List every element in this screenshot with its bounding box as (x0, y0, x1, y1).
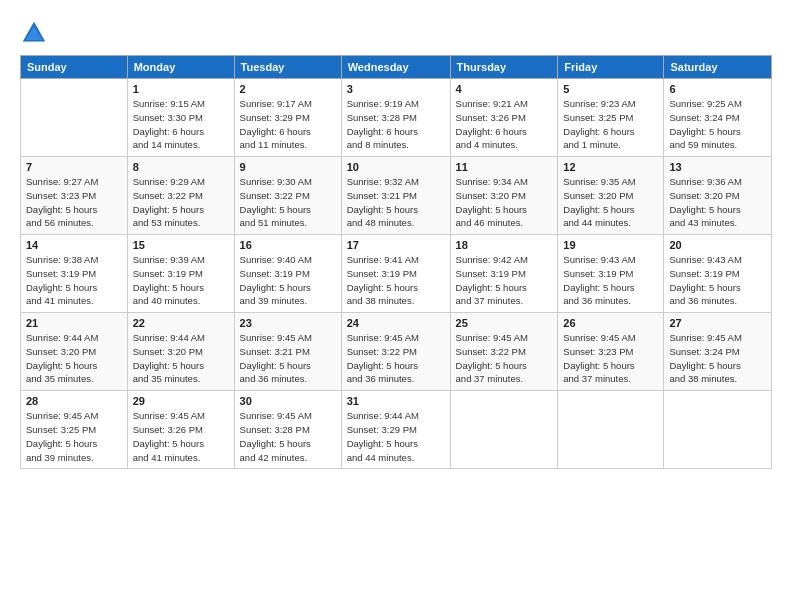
calendar-cell: 27Sunrise: 9:45 AM Sunset: 3:24 PM Dayli… (664, 313, 772, 391)
calendar-cell: 2Sunrise: 9:17 AM Sunset: 3:29 PM Daylig… (234, 79, 341, 157)
day-info: Sunrise: 9:39 AM Sunset: 3:19 PM Dayligh… (133, 253, 229, 308)
day-number: 23 (240, 317, 336, 329)
calendar-cell: 4Sunrise: 9:21 AM Sunset: 3:26 PM Daylig… (450, 79, 558, 157)
day-number: 20 (669, 239, 766, 251)
day-info: Sunrise: 9:45 AM Sunset: 3:24 PM Dayligh… (669, 331, 766, 386)
day-info: Sunrise: 9:45 AM Sunset: 3:21 PM Dayligh… (240, 331, 336, 386)
calendar-cell: 7Sunrise: 9:27 AM Sunset: 3:23 PM Daylig… (21, 157, 128, 235)
day-info: Sunrise: 9:43 AM Sunset: 3:19 PM Dayligh… (669, 253, 766, 308)
day-number: 9 (240, 161, 336, 173)
day-number: 13 (669, 161, 766, 173)
day-number: 29 (133, 395, 229, 407)
day-number: 1 (133, 83, 229, 95)
day-info: Sunrise: 9:40 AM Sunset: 3:19 PM Dayligh… (240, 253, 336, 308)
day-info: Sunrise: 9:32 AM Sunset: 3:21 PM Dayligh… (347, 175, 445, 230)
week-row-2: 14Sunrise: 9:38 AM Sunset: 3:19 PM Dayli… (21, 235, 772, 313)
day-number: 18 (456, 239, 553, 251)
calendar-cell: 3Sunrise: 9:19 AM Sunset: 3:28 PM Daylig… (341, 79, 450, 157)
calendar-body: 1Sunrise: 9:15 AM Sunset: 3:30 PM Daylig… (21, 79, 772, 469)
logo (20, 19, 50, 47)
calendar-cell: 16Sunrise: 9:40 AM Sunset: 3:19 PM Dayli… (234, 235, 341, 313)
day-number: 25 (456, 317, 553, 329)
day-header-saturday: Saturday (664, 56, 772, 79)
day-number: 6 (669, 83, 766, 95)
day-info: Sunrise: 9:41 AM Sunset: 3:19 PM Dayligh… (347, 253, 445, 308)
calendar-cell (664, 391, 772, 469)
day-number: 22 (133, 317, 229, 329)
calendar-cell (558, 391, 664, 469)
week-row-0: 1Sunrise: 9:15 AM Sunset: 3:30 PM Daylig… (21, 79, 772, 157)
calendar-cell: 11Sunrise: 9:34 AM Sunset: 3:20 PM Dayli… (450, 157, 558, 235)
calendar-cell: 5Sunrise: 9:23 AM Sunset: 3:25 PM Daylig… (558, 79, 664, 157)
week-row-4: 28Sunrise: 9:45 AM Sunset: 3:25 PM Dayli… (21, 391, 772, 469)
day-number: 16 (240, 239, 336, 251)
calendar-cell: 17Sunrise: 9:41 AM Sunset: 3:19 PM Dayli… (341, 235, 450, 313)
day-number: 17 (347, 239, 445, 251)
calendar-cell: 20Sunrise: 9:43 AM Sunset: 3:19 PM Dayli… (664, 235, 772, 313)
day-number: 12 (563, 161, 658, 173)
day-info: Sunrise: 9:23 AM Sunset: 3:25 PM Dayligh… (563, 97, 658, 152)
calendar-cell: 26Sunrise: 9:45 AM Sunset: 3:23 PM Dayli… (558, 313, 664, 391)
day-info: Sunrise: 9:43 AM Sunset: 3:19 PM Dayligh… (563, 253, 658, 308)
day-number: 5 (563, 83, 658, 95)
page: SundayMondayTuesdayWednesdayThursdayFrid… (0, 0, 792, 612)
day-info: Sunrise: 9:45 AM Sunset: 3:25 PM Dayligh… (26, 409, 122, 464)
day-info: Sunrise: 9:45 AM Sunset: 3:23 PM Dayligh… (563, 331, 658, 386)
day-info: Sunrise: 9:45 AM Sunset: 3:26 PM Dayligh… (133, 409, 229, 464)
day-number: 31 (347, 395, 445, 407)
calendar-cell: 28Sunrise: 9:45 AM Sunset: 3:25 PM Dayli… (21, 391, 128, 469)
day-info: Sunrise: 9:38 AM Sunset: 3:19 PM Dayligh… (26, 253, 122, 308)
day-number: 4 (456, 83, 553, 95)
calendar-cell: 21Sunrise: 9:44 AM Sunset: 3:20 PM Dayli… (21, 313, 128, 391)
logo-icon (20, 19, 48, 47)
day-info: Sunrise: 9:45 AM Sunset: 3:28 PM Dayligh… (240, 409, 336, 464)
day-info: Sunrise: 9:27 AM Sunset: 3:23 PM Dayligh… (26, 175, 122, 230)
day-info: Sunrise: 9:17 AM Sunset: 3:29 PM Dayligh… (240, 97, 336, 152)
calendar-cell: 14Sunrise: 9:38 AM Sunset: 3:19 PM Dayli… (21, 235, 128, 313)
calendar-cell: 19Sunrise: 9:43 AM Sunset: 3:19 PM Dayli… (558, 235, 664, 313)
calendar-cell: 22Sunrise: 9:44 AM Sunset: 3:20 PM Dayli… (127, 313, 234, 391)
day-header-tuesday: Tuesday (234, 56, 341, 79)
day-header-monday: Monday (127, 56, 234, 79)
calendar-cell: 25Sunrise: 9:45 AM Sunset: 3:22 PM Dayli… (450, 313, 558, 391)
calendar-cell: 18Sunrise: 9:42 AM Sunset: 3:19 PM Dayli… (450, 235, 558, 313)
day-number: 10 (347, 161, 445, 173)
day-number: 26 (563, 317, 658, 329)
calendar-cell: 6Sunrise: 9:25 AM Sunset: 3:24 PM Daylig… (664, 79, 772, 157)
calendar-cell: 23Sunrise: 9:45 AM Sunset: 3:21 PM Dayli… (234, 313, 341, 391)
calendar-cell: 12Sunrise: 9:35 AM Sunset: 3:20 PM Dayli… (558, 157, 664, 235)
calendar-table: SundayMondayTuesdayWednesdayThursdayFrid… (20, 55, 772, 469)
calendar-cell: 9Sunrise: 9:30 AM Sunset: 3:22 PM Daylig… (234, 157, 341, 235)
day-info: Sunrise: 9:15 AM Sunset: 3:30 PM Dayligh… (133, 97, 229, 152)
day-header-thursday: Thursday (450, 56, 558, 79)
day-number: 14 (26, 239, 122, 251)
calendar-cell: 8Sunrise: 9:29 AM Sunset: 3:22 PM Daylig… (127, 157, 234, 235)
week-row-3: 21Sunrise: 9:44 AM Sunset: 3:20 PM Dayli… (21, 313, 772, 391)
week-row-1: 7Sunrise: 9:27 AM Sunset: 3:23 PM Daylig… (21, 157, 772, 235)
day-number: 19 (563, 239, 658, 251)
calendar-cell: 24Sunrise: 9:45 AM Sunset: 3:22 PM Dayli… (341, 313, 450, 391)
day-info: Sunrise: 9:44 AM Sunset: 3:20 PM Dayligh… (26, 331, 122, 386)
day-info: Sunrise: 9:25 AM Sunset: 3:24 PM Dayligh… (669, 97, 766, 152)
calendar-cell: 30Sunrise: 9:45 AM Sunset: 3:28 PM Dayli… (234, 391, 341, 469)
day-info: Sunrise: 9:30 AM Sunset: 3:22 PM Dayligh… (240, 175, 336, 230)
day-number: 24 (347, 317, 445, 329)
day-info: Sunrise: 9:36 AM Sunset: 3:20 PM Dayligh… (669, 175, 766, 230)
day-info: Sunrise: 9:19 AM Sunset: 3:28 PM Dayligh… (347, 97, 445, 152)
day-number: 15 (133, 239, 229, 251)
day-header-wednesday: Wednesday (341, 56, 450, 79)
day-info: Sunrise: 9:29 AM Sunset: 3:22 PM Dayligh… (133, 175, 229, 230)
calendar-cell: 10Sunrise: 9:32 AM Sunset: 3:21 PM Dayli… (341, 157, 450, 235)
day-number: 2 (240, 83, 336, 95)
day-info: Sunrise: 9:21 AM Sunset: 3:26 PM Dayligh… (456, 97, 553, 152)
day-number: 7 (26, 161, 122, 173)
day-number: 27 (669, 317, 766, 329)
calendar-cell: 1Sunrise: 9:15 AM Sunset: 3:30 PM Daylig… (127, 79, 234, 157)
day-number: 8 (133, 161, 229, 173)
day-info: Sunrise: 9:45 AM Sunset: 3:22 PM Dayligh… (456, 331, 553, 386)
calendar-cell: 29Sunrise: 9:45 AM Sunset: 3:26 PM Dayli… (127, 391, 234, 469)
day-number: 3 (347, 83, 445, 95)
day-number: 21 (26, 317, 122, 329)
day-info: Sunrise: 9:42 AM Sunset: 3:19 PM Dayligh… (456, 253, 553, 308)
calendar-cell (21, 79, 128, 157)
